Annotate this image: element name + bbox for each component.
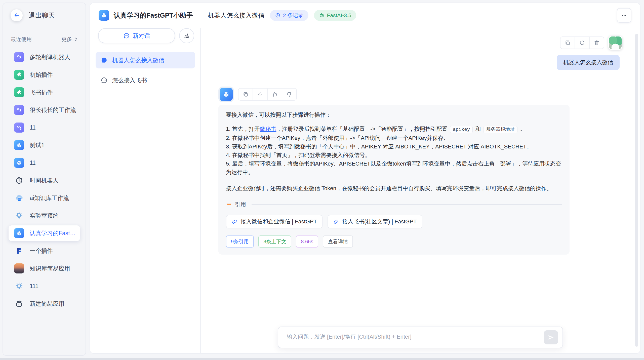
- copy-button[interactable]: [238, 89, 253, 100]
- assistant-avatar-ring: [218, 87, 234, 102]
- chat-body: 机器人怎么接入微信: [201, 28, 640, 353]
- f-logo-icon: [14, 246, 24, 256]
- citation-chip[interactable]: 接入微信和企业微信 | FastGPT: [226, 215, 323, 228]
- thumbs-up-button[interactable]: [267, 89, 282, 100]
- clear-history-button[interactable]: [179, 28, 194, 43]
- sidebar-item[interactable]: 11: [9, 155, 80, 171]
- sidebar-item[interactable]: 11: [9, 120, 80, 135]
- new-chat-label: 新对话: [133, 32, 150, 40]
- meta-tag[interactable]: 9条引用: [226, 235, 254, 248]
- broom-icon: [183, 32, 190, 39]
- sidebar-item[interactable]: 一个插件: [9, 243, 80, 259]
- message-input[interactable]: [287, 327, 544, 348]
- user-message: 机器人怎么接入微信: [218, 36, 622, 70]
- sidebar-item-selected[interactable]: 认真学习的FastGPT...: [9, 225, 80, 241]
- citation-label: 接入飞书(社区文章) | FastGPT: [342, 217, 417, 226]
- response-meta-tags: 9条引用3条上下文8.66s查看详情: [226, 235, 562, 248]
- arrow-left-icon: [13, 12, 20, 19]
- delete-button[interactable]: [589, 37, 604, 49]
- sidebar-item-label: 111: [30, 283, 38, 290]
- sidebar-item-label: 实验室预约: [30, 212, 59, 220]
- message-input-bar: [278, 327, 563, 348]
- sidebar-item-label: 11: [30, 124, 36, 131]
- copy-icon: [565, 40, 571, 46]
- sidebar-item-label: 很长很长的工作流: [30, 106, 76, 114]
- meta-tag[interactable]: 3条上下文: [258, 235, 291, 248]
- link-icon: [333, 219, 339, 225]
- assistant-step: 4. 在微秘书中找到「首页」，扫码登录需要接入的微信号。: [226, 151, 562, 159]
- thumbs-down-icon: [286, 91, 292, 97]
- sidebar-item-label: 测试1: [30, 141, 45, 149]
- window-bottom-edge: [0, 358, 644, 360]
- chat-scrollbar[interactable]: [635, 34, 638, 347]
- user-avatar: [608, 36, 622, 50]
- chat-bubble-icon: [123, 32, 130, 39]
- meta-tag[interactable]: 8.66s: [296, 235, 318, 248]
- workflow-icon: [14, 105, 24, 115]
- more-label: 更多: [61, 36, 72, 43]
- citation-list: 接入微信和企业微信 | FastGPT接入飞书(社区文章) | FastGPT: [226, 215, 562, 228]
- copy-button[interactable]: [560, 37, 575, 49]
- inline-link[interactable]: 微秘书: [260, 126, 276, 132]
- chat-title: 机器人怎么接入微信: [208, 11, 264, 20]
- sidebar-item-label: 初始插件: [30, 71, 53, 79]
- sound-waves-icon: [257, 91, 263, 97]
- chat-more-button[interactable]: [617, 8, 631, 23]
- chat-bubble-icon: [101, 77, 108, 84]
- history-item-active[interactable]: 机器人怎么接入微信: [96, 52, 195, 68]
- sidebar-item[interactable]: 多轮翻译机器人: [9, 49, 80, 65]
- app-list: 多轮翻译机器人初始插件飞书插件很长很长的工作流11测试111时间机器人ai知识库…: [3, 45, 86, 355]
- sidebar-item[interactable]: ai知识库工作流: [9, 190, 80, 206]
- thumbs-down-button[interactable]: [282, 89, 296, 100]
- meta-tag[interactable]: 查看详情: [323, 235, 353, 248]
- sidebar-item-label: 多轮翻译机器人: [30, 53, 70, 61]
- sidebar-item[interactable]: 实验室预约: [9, 208, 80, 223]
- cube-icon: [14, 158, 24, 168]
- chat-bubble-icon: [101, 57, 108, 64]
- clock-icon: [275, 13, 280, 18]
- sidebar-item[interactable]: 新建简易应用: [9, 296, 80, 311]
- sidebar-item[interactable]: 测试1: [9, 137, 80, 153]
- sidebar-item[interactable]: 很长很长的工作流: [9, 102, 80, 118]
- app-header: 认真学习的FastGPT小助手: [90, 3, 201, 21]
- citation-label: 接入微信和企业微信 | FastGPT: [240, 217, 317, 226]
- bulb-icon: [14, 211, 24, 221]
- workflow-icon: [14, 123, 24, 133]
- assistant-step: 1. 首先，打开微秘书，注册登录后找到菜单栏「基础配置」->「智能配置」，按照指…: [226, 125, 562, 134]
- recent-section-label: 最近使用: [11, 36, 32, 43]
- sidebar-item-label: 11: [30, 159, 36, 166]
- sidebar-item-label: 认真学习的FastGPT...: [30, 229, 76, 237]
- history-item-label: 机器人怎么接入微信: [112, 56, 164, 64]
- exit-chat-button[interactable]: [11, 9, 23, 21]
- records-badge: 2 条记录: [270, 10, 308, 21]
- recent-section-header: 最近使用 更多: [3, 28, 86, 45]
- assistant-message-card: 要接入微信，可以按照以下步骤进行操作： 1. 首先，打开微秘书，注册登录后找到菜…: [218, 105, 570, 255]
- send-button[interactable]: [544, 330, 558, 344]
- quote-section-header: 引用: [226, 200, 562, 209]
- retry-button[interactable]: [575, 37, 589, 49]
- sidebar-item[interactable]: 知识库简易应用: [9, 261, 80, 276]
- app-sidebar: 退出聊天 最近使用 更多 多轮翻译机器人初始插件飞书插件很长很长的工作流11测试…: [3, 3, 86, 356]
- model-badge-label: FastAI-3.5: [327, 12, 351, 18]
- assistant-message-actions: [238, 88, 297, 101]
- inline-code: apikey: [450, 126, 473, 133]
- quote-label: 引用: [235, 200, 246, 209]
- chat-header: 机器人怎么接入微信 2 条记录 FastAI-3.5: [201, 3, 640, 28]
- copy-icon: [243, 91, 249, 97]
- citation-chip[interactable]: 接入飞书(社区文章) | FastGPT: [328, 215, 422, 228]
- read-aloud-button[interactable]: [253, 89, 267, 100]
- sidebar-item[interactable]: 初始插件: [9, 67, 80, 83]
- app-cube-icon: [99, 10, 109, 21]
- sidebar-item[interactable]: 飞书插件: [9, 85, 80, 100]
- inline-code: 服务器根地址: [483, 126, 517, 133]
- plugin-icon: [14, 70, 24, 80]
- clock-icon: [14, 175, 24, 185]
- assistant-avatar: [220, 88, 233, 101]
- sidebar-item[interactable]: 时间机器人: [9, 173, 80, 188]
- sidebar-item[interactable]: 111: [9, 278, 80, 294]
- photo-icon: [14, 263, 24, 273]
- new-chat-button[interactable]: 新对话: [98, 28, 175, 43]
- assistant-step: 2. 在微秘书中创建一个APIKey，点击「外部使用」->「API访问」创建一个…: [226, 134, 562, 142]
- history-item[interactable]: 怎么接入飞书: [96, 72, 195, 89]
- more-apps-button[interactable]: 更多: [61, 36, 78, 43]
